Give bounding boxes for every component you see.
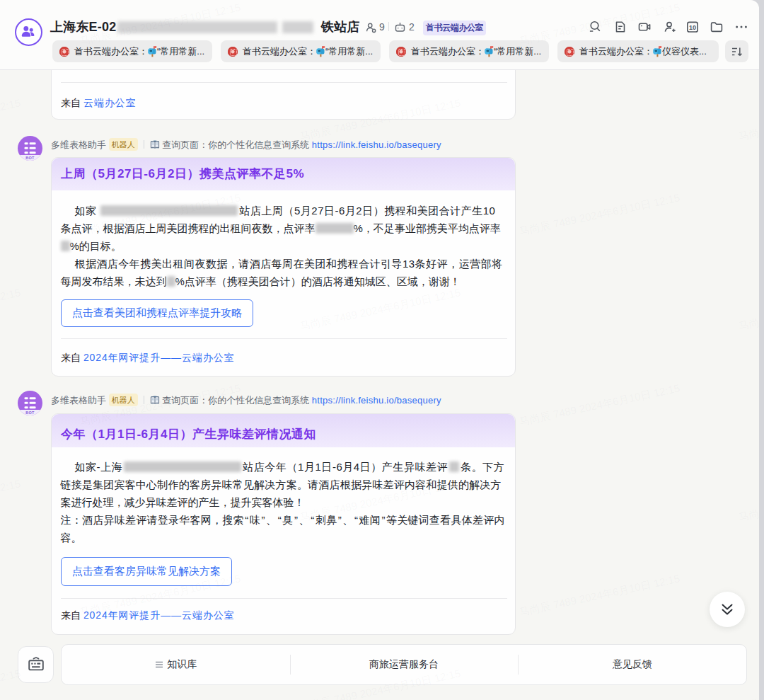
svg-text:10: 10 [689,24,696,31]
